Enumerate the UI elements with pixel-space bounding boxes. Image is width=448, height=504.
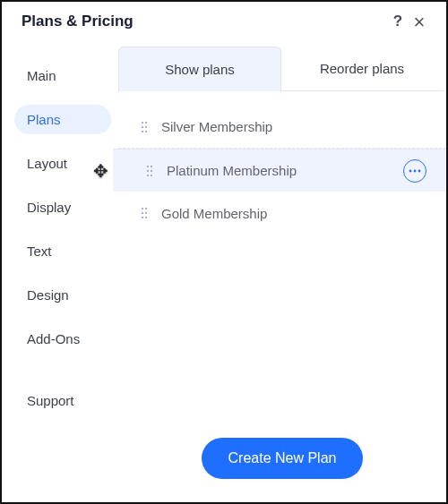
help-icon[interactable]: ? <box>387 13 409 30</box>
svg-point-17 <box>142 212 143 214</box>
panel-title: Plans & Pricing <box>22 13 387 30</box>
drag-handle-icon[interactable] <box>145 165 154 177</box>
sidebar-item-plans[interactable]: Plans <box>14 105 111 134</box>
drag-handle-icon[interactable] <box>140 207 149 219</box>
svg-point-4 <box>142 131 143 132</box>
tabs: Show plans Reorder plans <box>118 47 443 91</box>
svg-point-18 <box>145 212 147 214</box>
svg-point-19 <box>142 217 143 218</box>
svg-point-14 <box>418 169 421 172</box>
svg-point-5 <box>145 131 147 132</box>
plan-list: Silver Membership ✥ Platinum Membership <box>118 91 446 235</box>
drag-handle-icon[interactable] <box>140 121 149 133</box>
svg-point-0 <box>142 122 143 124</box>
svg-point-8 <box>147 170 149 172</box>
plan-label: Silver Membership <box>161 119 426 134</box>
svg-point-6 <box>147 166 149 167</box>
plans-pricing-panel: Plans & Pricing ? × Main Plans Layout Di… <box>0 0 448 504</box>
tab-show-plans[interactable]: Show plans <box>118 47 281 91</box>
sidebar-item-design[interactable]: Design <box>14 280 111 310</box>
svg-point-11 <box>151 175 152 176</box>
sidebar-item-layout[interactable]: Layout <box>14 149 111 178</box>
sidebar-item-display[interactable]: Display <box>14 192 111 222</box>
svg-point-7 <box>151 166 152 167</box>
svg-point-16 <box>145 208 147 209</box>
more-actions-button[interactable] <box>403 159 426 183</box>
plan-row[interactable]: ✥ Platinum Membership <box>113 149 446 192</box>
panel-body: Main Plans Layout Display Text Design Ad… <box>2 41 446 502</box>
svg-point-10 <box>147 175 149 176</box>
sidebar-item-text[interactable]: Text <box>14 236 111 266</box>
plan-label: Gold Membership <box>161 206 426 221</box>
create-new-plan-button[interactable]: Create New Plan <box>202 438 364 479</box>
svg-point-2 <box>142 126 143 128</box>
svg-point-13 <box>414 169 417 172</box>
close-icon[interactable]: × <box>409 14 430 30</box>
svg-point-15 <box>142 208 143 209</box>
plan-row[interactable]: Gold Membership <box>118 192 446 235</box>
plan-row[interactable]: Silver Membership <box>118 106 446 149</box>
tab-reorder-plans[interactable]: Reorder plans <box>281 47 443 90</box>
panel-header: Plans & Pricing ? × <box>2 2 446 41</box>
sidebar-item-support[interactable]: Support <box>14 386 111 415</box>
cta-area: Create New Plan <box>118 438 446 479</box>
svg-point-9 <box>151 170 152 172</box>
svg-point-12 <box>409 169 412 172</box>
main-pane: Show plans Reorder plans Silver Membersh… <box>118 41 446 502</box>
plan-label: Platinum Membership <box>167 163 403 178</box>
sidebar-item-add-ons[interactable]: Add-Ons <box>14 324 111 354</box>
sidebar-item-main[interactable]: Main <box>14 61 111 90</box>
svg-point-20 <box>145 217 147 218</box>
svg-point-1 <box>145 122 147 124</box>
sidebar: Main Plans Layout Display Text Design Ad… <box>2 41 118 502</box>
svg-point-3 <box>145 126 147 128</box>
